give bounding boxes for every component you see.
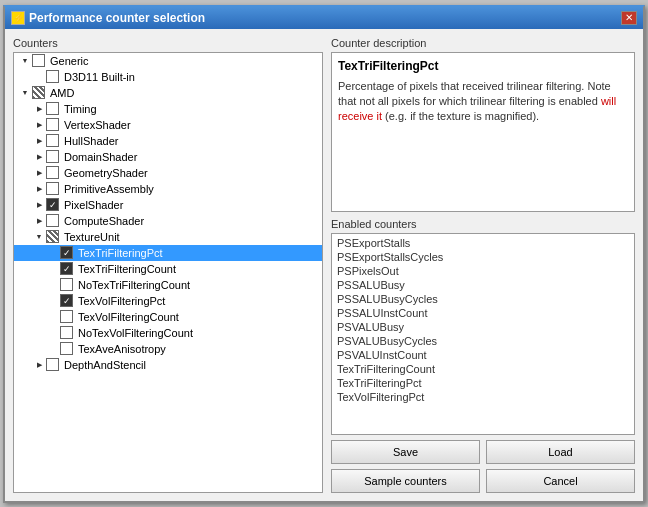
expand-icon-timing[interactable] bbox=[32, 102, 46, 116]
enabled-item-8[interactable]: PSVALUInstCount bbox=[334, 348, 632, 362]
tree-label-domainshader: DomainShader bbox=[62, 151, 137, 163]
expand-icon-vertexshader[interactable] bbox=[32, 118, 46, 132]
tree-label-notextrifilteringcount: NoTexTriFilteringCount bbox=[76, 279, 190, 291]
tree-label-d3d11: D3D11 Built-in bbox=[62, 71, 135, 83]
tree-label-computeshader: ComputeShader bbox=[62, 215, 144, 227]
checkbox-notexvolfilteringcount[interactable] bbox=[60, 326, 73, 339]
enabled-item-2[interactable]: PSPixelsOut bbox=[334, 264, 632, 278]
tree-item-notextrifilteringcount[interactable]: NoTexTriFilteringCount bbox=[14, 277, 322, 293]
checkbox-notextrifilteringcount[interactable] bbox=[60, 278, 73, 291]
expand-icon-computeshader[interactable] bbox=[32, 214, 46, 228]
checkbox-generic[interactable] bbox=[32, 54, 45, 67]
enabled-list[interactable]: PSExportStallsPSExportStallsCyclesPSPixe… bbox=[331, 233, 635, 435]
tree-item-computeshader[interactable]: ComputeShader bbox=[14, 213, 322, 229]
checkbox-domainshader[interactable] bbox=[46, 150, 59, 163]
tree-item-vertexshader[interactable]: VertexShader bbox=[14, 117, 322, 133]
tree-item-textrifilteringpct[interactable]: TexTriFilteringPct bbox=[14, 245, 322, 261]
enabled-label: Enabled counters bbox=[331, 218, 635, 230]
checkbox-textrifilteringpct[interactable] bbox=[60, 246, 73, 259]
window-title: Performance counter selection bbox=[29, 11, 205, 25]
tree-item-texaveanisotropy[interactable]: TexAveAnisotropy bbox=[14, 341, 322, 357]
tree-item-timing[interactable]: Timing bbox=[14, 101, 322, 117]
checkbox-d3d11[interactable] bbox=[46, 70, 59, 83]
title-bar-left: ⚡ Performance counter selection bbox=[11, 11, 205, 25]
expand-icon-textureunit[interactable] bbox=[32, 230, 46, 244]
enabled-item-11[interactable]: TexVolFilteringPct bbox=[334, 390, 632, 404]
checkbox-texvolfilteringcount[interactable] bbox=[60, 310, 73, 323]
sample-counters-button[interactable]: Sample counters bbox=[331, 469, 480, 493]
enabled-item-9[interactable]: TexTriFilteringCount bbox=[334, 362, 632, 376]
tree-label-generic: Generic bbox=[48, 55, 89, 67]
description-section-label: Counter description bbox=[331, 37, 635, 49]
load-button[interactable]: Load bbox=[486, 440, 635, 464]
expand-icon-primitiveassembly[interactable] bbox=[32, 182, 46, 196]
enabled-item-4[interactable]: PSSALUBusyCycles bbox=[334, 292, 632, 306]
main-window: ⚡ Performance counter selection ✕ Counte… bbox=[3, 5, 645, 503]
expand-icon-pixelshader[interactable] bbox=[32, 198, 46, 212]
tree-label-textrifilteringpct: TexTriFilteringPct bbox=[76, 247, 163, 259]
tree-item-texvolfilteringpct[interactable]: TexVolFilteringPct bbox=[14, 293, 322, 309]
checkbox-textrifilteringcount[interactable] bbox=[60, 262, 73, 275]
window-body: Counters GenericD3D11 Built-inAMDTimingV… bbox=[5, 29, 643, 501]
desc-text-2: (e.g. if the texture is magnified). bbox=[382, 110, 539, 122]
description-box: TexTriFilteringPct Percentage of pixels … bbox=[331, 52, 635, 212]
checkbox-timing[interactable] bbox=[46, 102, 59, 115]
enabled-item-5[interactable]: PSSALUInstCount bbox=[334, 306, 632, 320]
checkbox-texaveanisotropy[interactable] bbox=[60, 342, 73, 355]
tree-item-pixelshader[interactable]: PixelShader bbox=[14, 197, 322, 213]
enabled-item-3[interactable]: PSSALUBusy bbox=[334, 278, 632, 292]
checkbox-depthandstencil[interactable] bbox=[46, 358, 59, 371]
checkbox-pixelshader[interactable] bbox=[46, 198, 59, 211]
tree-label-texvolfilteringcount: TexVolFilteringCount bbox=[76, 311, 179, 323]
enabled-item-10[interactable]: TexTriFilteringPct bbox=[334, 376, 632, 390]
tree-item-generic[interactable]: Generic bbox=[14, 53, 322, 69]
tree-item-notexvolfilteringcount[interactable]: NoTexVolFilteringCount bbox=[14, 325, 322, 341]
tree-item-d3d11[interactable]: D3D11 Built-in bbox=[14, 69, 322, 85]
tree-item-geometryshader[interactable]: GeometryShader bbox=[14, 165, 322, 181]
tree-label-amd: AMD bbox=[48, 87, 74, 99]
checkbox-amd[interactable] bbox=[32, 86, 45, 99]
checkbox-geometryshader[interactable] bbox=[46, 166, 59, 179]
expand-icon-hullshader[interactable] bbox=[32, 134, 46, 148]
desc-title: TexTriFilteringPct bbox=[338, 59, 628, 73]
checkbox-vertexshader[interactable] bbox=[46, 118, 59, 131]
enabled-item-6[interactable]: PSVALUBusy bbox=[334, 320, 632, 334]
tree-item-domainshader[interactable]: DomainShader bbox=[14, 149, 322, 165]
tree-label-geometryshader: GeometryShader bbox=[62, 167, 148, 179]
checkbox-hullshader[interactable] bbox=[46, 134, 59, 147]
checkbox-primitiveassembly[interactable] bbox=[46, 182, 59, 195]
tree-label-texaveanisotropy: TexAveAnisotropy bbox=[76, 343, 166, 355]
buttons-row-1: Save Load bbox=[331, 440, 635, 464]
tree-item-depthandstencil[interactable]: DepthAndStencil bbox=[14, 357, 322, 373]
desc-text-1: Percentage of pixels that received trili… bbox=[338, 80, 611, 107]
tree-label-timing: Timing bbox=[62, 103, 97, 115]
enabled-item-1[interactable]: PSExportStallsCycles bbox=[334, 250, 632, 264]
tree-label-vertexshader: VertexShader bbox=[62, 119, 131, 131]
expand-icon-geometryshader[interactable] bbox=[32, 166, 46, 180]
enabled-item-0[interactable]: PSExportStalls bbox=[334, 236, 632, 250]
checkbox-textureunit[interactable] bbox=[46, 230, 59, 243]
tree-item-primitiveassembly[interactable]: PrimitiveAssembly bbox=[14, 181, 322, 197]
tree-item-texvolfilteringcount[interactable]: TexVolFilteringCount bbox=[14, 309, 322, 325]
close-button[interactable]: ✕ bbox=[621, 11, 637, 25]
expand-icon-depthandstencil[interactable] bbox=[32, 358, 46, 372]
tree-label-textrifilteringcount: TexTriFilteringCount bbox=[76, 263, 176, 275]
counters-tree[interactable]: GenericD3D11 Built-inAMDTimingVertexShad… bbox=[13, 52, 323, 493]
tree-item-hullshader[interactable]: HullShader bbox=[14, 133, 322, 149]
tree-item-textrifilteringcount[interactable]: TexTriFilteringCount bbox=[14, 261, 322, 277]
tree-item-amd[interactable]: AMD bbox=[14, 85, 322, 101]
tree-item-textureunit[interactable]: TextureUnit bbox=[14, 229, 322, 245]
desc-text: Percentage of pixels that received trili… bbox=[338, 79, 628, 125]
tree-label-textureunit: TextureUnit bbox=[62, 231, 120, 243]
checkbox-texvolfilteringpct[interactable] bbox=[60, 294, 73, 307]
save-button[interactable]: Save bbox=[331, 440, 480, 464]
expand-icon-domainshader[interactable] bbox=[32, 150, 46, 164]
title-bar: ⚡ Performance counter selection ✕ bbox=[5, 7, 643, 29]
checkbox-computeshader[interactable] bbox=[46, 214, 59, 227]
expand-icon-amd[interactable] bbox=[18, 86, 32, 100]
tree-label-texvolfilteringpct: TexVolFilteringPct bbox=[76, 295, 165, 307]
enabled-item-7[interactable]: PSVALUBusyCycles bbox=[334, 334, 632, 348]
cancel-button[interactable]: Cancel bbox=[486, 469, 635, 493]
tree-label-primitiveassembly: PrimitiveAssembly bbox=[62, 183, 154, 195]
expand-icon-generic[interactable] bbox=[18, 54, 32, 68]
